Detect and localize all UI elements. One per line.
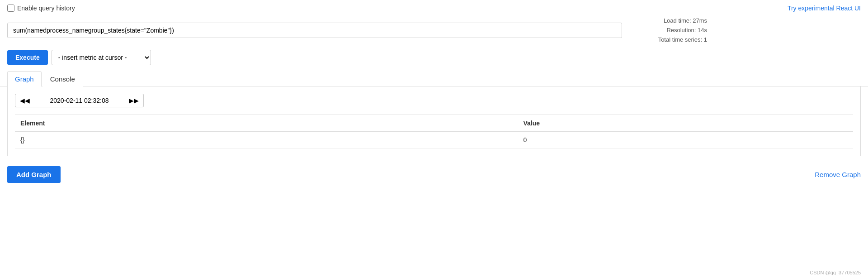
top-bar: Enable query history Try experimental Re… (0, 0, 868, 14)
table-cell-element: {} (15, 132, 518, 149)
resolution: Resolution: 14s (666, 27, 707, 34)
query-row: Load time: 27ms Resolution: 14s Total ti… (0, 14, 868, 46)
next-time-button[interactable]: ▶▶ (124, 94, 144, 107)
add-graph-button[interactable]: Add Graph (7, 166, 61, 183)
remove-graph-link[interactable]: Remove Graph (815, 171, 861, 178)
stats-panel: Load time: 27ms Resolution: 14s Total ti… (626, 16, 707, 44)
bottom-bar: Add Graph Remove Graph (0, 160, 868, 187)
execute-button[interactable]: Execute (7, 50, 48, 65)
time-input[interactable] (34, 94, 124, 107)
col-header-element: Element (15, 115, 518, 132)
prev-time-button[interactable]: ◀◀ (15, 94, 34, 107)
insert-metric-select[interactable]: - insert metric at cursor - (52, 50, 151, 65)
enable-query-history-label[interactable]: Enable query history (7, 5, 75, 12)
enable-query-history-text: Enable query history (17, 5, 75, 12)
tabs-row: Graph Console (0, 71, 868, 86)
load-time: Load time: 27ms (664, 17, 707, 24)
query-input[interactable] (7, 23, 622, 38)
try-react-link[interactable]: Try experimental React UI (788, 5, 861, 12)
action-row: Execute - insert metric at cursor - (0, 46, 868, 69)
table-cell-value: 0 (518, 132, 853, 149)
table-row: {}0 (15, 132, 853, 149)
time-nav-row: ◀◀ ▶▶ (15, 94, 853, 107)
data-table: Element Value {}0 (15, 115, 853, 149)
watermark: CSDN @qq_37705525 (810, 270, 861, 275)
tab-console[interactable]: Console (42, 71, 83, 86)
graph-panel: ◀◀ ▶▶ Element Value {}0 (7, 86, 861, 156)
col-header-value: Value (518, 115, 853, 132)
enable-query-history-checkbox[interactable] (7, 5, 14, 12)
total-time-series: Total time series: 1 (658, 36, 707, 43)
tab-graph[interactable]: Graph (7, 71, 42, 86)
